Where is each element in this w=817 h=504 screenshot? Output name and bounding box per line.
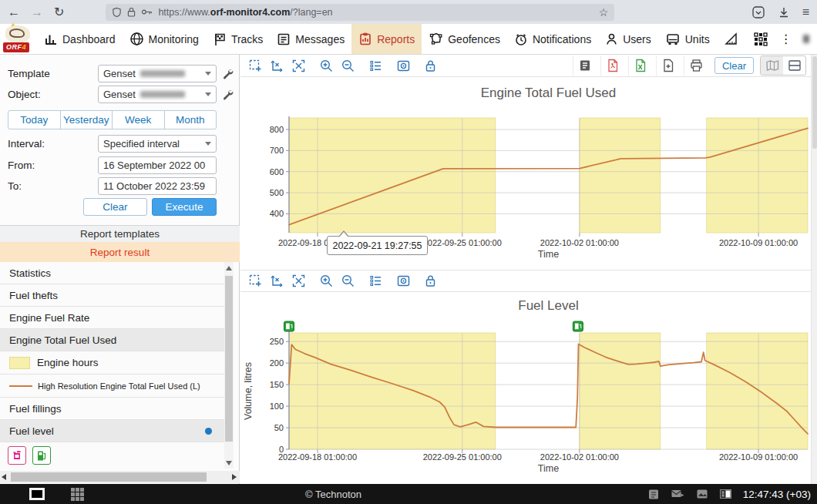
engine-total-fuel-used-chart[interactable]: 4005006007008002022-09-18 01:00:002022-0… (240, 77, 811, 270)
pdf-export-icon[interactable] (600, 55, 625, 76)
apps-menu[interactable] (746, 24, 775, 54)
list-item-fuel-fillings[interactable]: Fuel fillings (0, 398, 224, 420)
zoom-in-icon[interactable] (319, 274, 334, 288)
fuel-level-chart[interactable]: 0501001502002502022-09-18 01:00:002022-0… (240, 292, 811, 484)
snapshot-icon[interactable] (396, 59, 411, 73)
mail-icon[interactable] (671, 489, 685, 500)
excel-export-icon[interactable] (628, 55, 653, 76)
nav-units[interactable]: Units (658, 24, 717, 54)
nav-geofences[interactable]: Geofences (422, 24, 507, 54)
zoom-selection-icon[interactable] (248, 274, 263, 288)
reset-axes-icon[interactable] (270, 274, 284, 288)
list-item-fuel-thefts[interactable]: Fuel thefts (0, 284, 224, 307)
zoom-selection-icon[interactable] (248, 59, 263, 73)
sidebar-horizontal-scrollbar[interactable] (0, 471, 240, 483)
image-icon[interactable] (696, 489, 708, 499)
fuel-pump-icon[interactable] (32, 446, 51, 465)
legend-high-res-fuel: High Resolution Engine Total Fuel Used (… (0, 375, 224, 398)
nav-users[interactable]: Users (598, 24, 658, 54)
sidebar-vertical-scrollbar[interactable] (224, 262, 234, 469)
scroll-down-arrow[interactable] (226, 461, 232, 465)
report-templates-header[interactable]: Report templates (0, 225, 240, 242)
grid-icon[interactable] (71, 488, 84, 501)
svg-text:100: 100 (270, 402, 284, 411)
scroll-up-arrow[interactable] (226, 266, 232, 270)
execute-button[interactable]: Execute (152, 198, 217, 216)
zoom-out-icon[interactable] (341, 59, 355, 73)
reset-axes-icon[interactable] (270, 59, 284, 73)
bookmark-star-icon[interactable]: ☆ (599, 6, 609, 18)
panel-vertical-scrollbar[interactable] (811, 55, 817, 484)
range-yesterday-button[interactable]: Yesterday (60, 111, 113, 129)
copyright-text: © Technoton (305, 489, 361, 500)
address-bar[interactable]: https://www.orf-monitor4.com/?lang=en ☆ (106, 4, 614, 21)
fuel-canister-icon[interactable] (8, 446, 26, 465)
nav-label: Units (685, 33, 710, 45)
object-select[interactable]: Genset (98, 86, 217, 103)
print-icon[interactable] (684, 55, 708, 76)
fit-screen-icon[interactable] (291, 59, 306, 73)
list-item-statistics[interactable]: Statistics (0, 262, 224, 284)
forward-icon[interactable]: → (31, 6, 43, 18)
svg-text:2022-09-25 01:00:00: 2022-09-25 01:00:00 (423, 452, 502, 462)
scroll-left-arrow[interactable] (2, 474, 6, 480)
chart2-toolbar (240, 270, 811, 292)
menu-icon[interactable]: ≡ (802, 6, 809, 18)
back-icon[interactable]: ← (8, 6, 20, 18)
lock-icon[interactable] (424, 274, 437, 288)
to-input[interactable]: 11 October 2022 23:59 (98, 177, 217, 195)
nav-messages[interactable]: Messages (270, 24, 351, 54)
interval-select[interactable]: Specified interval (98, 135, 217, 153)
chart1-toolbar: Clear (240, 55, 811, 77)
more-vertical-icon[interactable]: ⋮ (775, 32, 797, 46)
lock-icon[interactable] (127, 7, 136, 17)
scroll-right-arrow[interactable] (232, 474, 237, 480)
scrollbar-thumb[interactable] (225, 276, 233, 442)
browser-toolbar: ← → ↻ https://www.orf-monitor4.com/?lang… (0, 0, 817, 24)
from-input[interactable]: 16 September 2022 00 (98, 156, 217, 174)
orf4-logo[interactable]: ORF4 (3, 25, 32, 54)
scrollbar-thumb[interactable] (812, 56, 817, 149)
nav-dashboard[interactable]: Dashboard (37, 24, 123, 54)
zoom-in-icon[interactable] (319, 59, 334, 73)
nav-tracks[interactable]: Tracks (206, 24, 270, 54)
log-icon[interactable] (647, 489, 660, 500)
clear-button[interactable]: Clear (83, 198, 147, 216)
svg-text:2022-10-09 01:00:00: 2022-10-09 01:00:00 (719, 238, 798, 247)
list-item-engine-fuel-rate[interactable]: Engine Fuel Rate (0, 307, 224, 329)
snapshot-icon[interactable] (396, 274, 411, 288)
svg-text:200: 200 (270, 358, 284, 368)
export-file-icon[interactable] (656, 55, 681, 76)
measure-tool[interactable] (717, 24, 746, 54)
fit-screen-icon[interactable] (291, 274, 306, 288)
nav-monitoring[interactable]: Monitoring (123, 24, 206, 54)
fuel-filling-marker (573, 321, 583, 331)
legend-icon[interactable] (368, 59, 383, 73)
template-select[interactable]: Genset (98, 65, 217, 82)
report-view-icon[interactable] (573, 55, 597, 76)
zoom-out-icon[interactable] (341, 274, 355, 288)
map-view-icon[interactable] (761, 56, 783, 75)
range-today-button[interactable]: Today (8, 111, 60, 129)
current-user-blurred[interactable] (803, 35, 809, 43)
list-item-engine-total-fuel-used[interactable]: Engine Total Fuel Used (0, 329, 224, 351)
wrench-icon[interactable] (222, 68, 234, 79)
scrollbar-thumb[interactable] (11, 472, 207, 482)
range-month-button[interactable]: Month (164, 111, 217, 129)
downloads-icon[interactable] (778, 6, 790, 18)
reload-icon[interactable]: ↻ (54, 6, 64, 18)
pocket-icon[interactable] (751, 5, 765, 19)
report-result-tab[interactable]: Report result (0, 242, 240, 262)
split-view-icon[interactable] (783, 56, 805, 75)
key-icon[interactable] (141, 8, 153, 16)
lock-icon[interactable] (424, 59, 437, 73)
nav-reports[interactable]: Reports (351, 24, 422, 54)
nav-notifications[interactable]: Notifications (507, 24, 598, 54)
window-icon[interactable] (29, 488, 45, 500)
legend-icon[interactable] (368, 274, 383, 288)
chart-clear-button[interactable]: Clear (714, 57, 754, 74)
panel-icon[interactable] (719, 489, 732, 499)
range-week-button[interactable]: Week (112, 111, 164, 129)
list-item-fuel-level[interactable]: Fuel level (0, 420, 224, 442)
wrench-icon[interactable] (222, 89, 234, 100)
